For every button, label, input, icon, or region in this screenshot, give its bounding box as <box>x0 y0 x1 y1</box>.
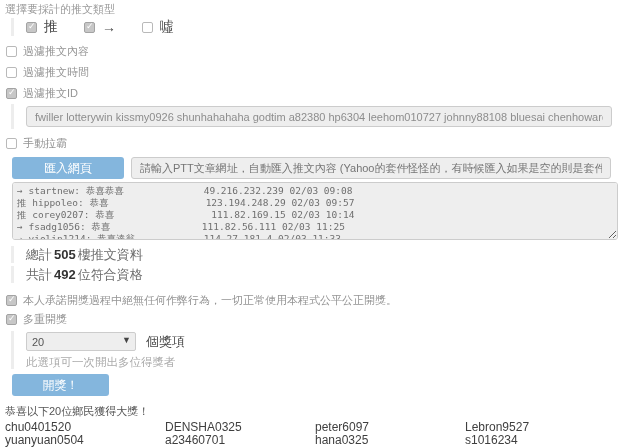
qualified-stat: 共計492位符合資格 <box>11 266 634 283</box>
filter-content-checkbox[interactable] <box>6 46 17 57</box>
filter-time-checkbox[interactable] <box>6 67 17 78</box>
prize-count-group: 20 ▼ 個獎項 此選項可一次開出多位得獎者 <box>11 331 634 369</box>
prize-unit-label: 個獎項 <box>146 333 185 351</box>
multi-draw-checkbox[interactable] <box>6 314 17 325</box>
prize-count-select-wrap: 20 ▼ <box>26 332 136 351</box>
manual-slot-label: 手動拉霸 <box>23 136 67 151</box>
pledge-label: 本人承諾開獎過程中絕無任何作弊行為，一切正常使用本程式公平公正開獎。 <box>23 293 397 308</box>
page-root: { "colors": { "accent": "#84b6dd", "fiel… <box>0 0 640 447</box>
import-page-button[interactable]: 匯入網頁 <box>12 157 124 179</box>
filter-time-label: 過濾推文時間 <box>23 65 89 80</box>
filter-content-row: 過濾推文內容 <box>6 44 634 59</box>
manual-slot-checkbox[interactable] <box>6 138 17 149</box>
filter-id-label: 過濾推文ID <box>23 86 78 101</box>
multi-draw-row: 多重開獎 <box>6 312 634 327</box>
boo-type-checkbox[interactable] <box>142 22 153 33</box>
type-item-arrow: → <box>84 19 116 35</box>
qualified-suffix: 位符合資格 <box>78 267 143 282</box>
id-filter-group <box>11 104 634 129</box>
arrow-type-label: → <box>102 19 116 35</box>
filter-id-row: 過濾推文ID <box>6 86 634 101</box>
qualified-count: 492 <box>52 267 78 282</box>
winner-column-2: DENSHA0325 a23460701 ty7788665 z1003357 … <box>165 421 315 447</box>
comment-type-group: 推 → 噓 <box>11 18 634 36</box>
prize-count-select[interactable]: 20 <box>26 332 136 351</box>
winner-column-1: chu0401520 yuanyuan0504 zhiting giii yan… <box>5 421 165 447</box>
multi-draw-label: 多重開獎 <box>23 312 67 327</box>
push-type-checkbox[interactable] <box>26 22 37 33</box>
id-filter-input[interactable] <box>26 106 612 127</box>
import-row: 匯入網頁 <box>12 157 634 179</box>
winner-column-4: Lebron9527 s1016234 benrun zang811001 ar… <box>465 421 625 447</box>
total-comments-stat: 總計505樓推文資料 <box>11 246 634 263</box>
qualified-prefix: 共計 <box>26 267 52 282</box>
total-prefix: 總計 <box>26 247 52 262</box>
filter-content-label: 過濾推文內容 <box>23 44 89 59</box>
results-heading: 恭喜以下20位鄉民獲得大獎！ <box>5 405 634 418</box>
pledge-row: 本人承諾開獎過程中絕無任何作弊行為，一切正常使用本程式公平公正開獎。 <box>6 293 634 308</box>
arrow-type-checkbox[interactable] <box>84 22 95 33</box>
comments-textarea[interactable]: → startnew: 恭喜恭喜 49.216.232.239 02/03 09… <box>12 182 618 240</box>
type-item-boo: 噓 <box>142 18 174 36</box>
draw-button[interactable]: 開獎！ <box>12 374 109 396</box>
push-type-label: 推 <box>44 18 58 36</box>
manual-slot-row: 手動拉霸 <box>6 136 634 151</box>
filter-time-row: 過濾推文時間 <box>6 65 634 80</box>
total-suffix: 樓推文資料 <box>78 247 143 262</box>
boo-type-label: 噓 <box>160 18 174 36</box>
prize-count-row: 20 ▼ 個獎項 <box>26 332 634 351</box>
total-count: 505 <box>52 247 78 262</box>
comment-type-section-label: 選擇要採計的推文類型 <box>5 3 634 16</box>
filter-id-checkbox[interactable] <box>6 88 17 99</box>
winner-column-3: peter6097 hana0325 tQoK Fishsteak168 sin… <box>315 421 465 447</box>
pledge-checkbox[interactable] <box>6 295 17 306</box>
article-url-input[interactable] <box>131 157 611 179</box>
winners-grid: chu0401520 yuanyuan0504 zhiting giii yan… <box>5 421 634 447</box>
type-item-push: 推 <box>26 18 58 36</box>
multi-draw-hint: 此選項可一次開出多位得獎者 <box>26 355 634 369</box>
